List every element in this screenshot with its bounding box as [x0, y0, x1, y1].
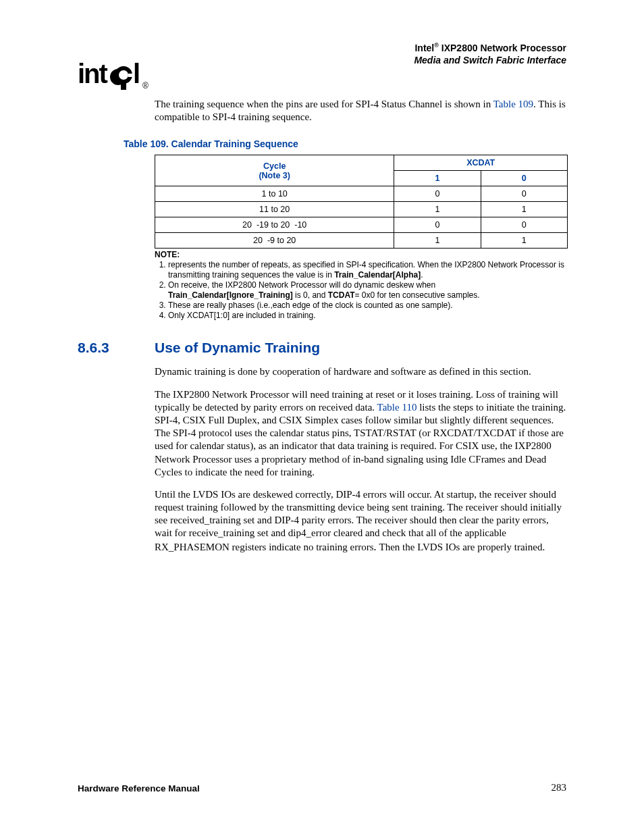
note-3: These are really phases (i.e.,each edge …	[168, 301, 568, 311]
body-p3b: .	[374, 541, 379, 552]
page-header: Intel® IXP2800 Network Processor Media a…	[414, 42, 566, 66]
note-2: On receive, the IXP2800 Network Processo…	[168, 280, 568, 301]
cell-c1: 1	[394, 233, 481, 249]
svg-rect-4	[121, 80, 126, 90]
section-number: 8.6.3	[78, 340, 155, 356]
table-row: 11 to 20 1 1	[155, 202, 568, 217]
cell-c1: 0	[394, 186, 481, 202]
note-4: Only XCDAT[1:0] are included in training…	[168, 311, 568, 321]
header-product: IXP2800 Network Processor	[439, 43, 566, 53]
th-col-0: 0	[481, 171, 567, 186]
th-xcdat: XCDAT	[394, 155, 568, 171]
registered-mark: ®	[434, 42, 439, 49]
table-row: 1 to 10 0 0	[155, 186, 568, 202]
cell-c0: 1	[481, 233, 567, 249]
th-col-1: 1	[394, 171, 481, 186]
table-row: 20 -9 to 20 1 1	[155, 233, 568, 249]
header-brand: Intel	[414, 43, 434, 53]
table-notes: NOTE: represents the number of repeats, …	[155, 250, 568, 321]
cell-c0: 1	[481, 202, 567, 217]
calendar-training-table: Cycle (Note 3) XCDAT 1 0 1 to 10 0 0 11 …	[155, 155, 568, 249]
svg-text:l: l	[133, 59, 140, 88]
note-2c: is 0, and	[293, 290, 328, 300]
intro-paragraph: The training sequence when the pins are …	[155, 98, 566, 124]
cell-c0: 0	[481, 217, 567, 233]
th-cycle-note: (Note 3)	[259, 171, 290, 180]
note-2a: On receive, the IXP2800 Network Processo…	[168, 280, 435, 290]
body-p3: Until the LVDS IOs are deskewed correctl…	[155, 488, 566, 554]
body-p2: The IXP2800 Network Processor will need …	[155, 388, 566, 479]
note-1c: .	[421, 270, 423, 280]
note-1: represents the number of repeats, as spe…	[168, 260, 568, 280]
cell-c1: 0	[394, 217, 481, 233]
cell-cycle: 20 -19 to 20 -10	[155, 217, 394, 233]
intel-logo: int l ®	[78, 57, 152, 94]
cell-c0: 0	[481, 186, 567, 202]
cell-c1: 1	[394, 202, 481, 217]
table-109-link[interactable]: Table 109	[493, 99, 533, 109]
cell-cycle: 1 to 10	[155, 186, 394, 202]
cell-cycle: 20 -9 to 20	[155, 233, 394, 249]
table-caption: Table 109. Calendar Training Sequence	[124, 138, 566, 149]
note-2b: Train_Calendar[Ignore_Training]	[168, 290, 293, 300]
note-2d: TCDAT	[328, 290, 355, 300]
header-subtitle: Media and Switch Fabric Interface	[414, 54, 566, 66]
svg-text:®: ®	[142, 81, 149, 90]
table-row: 20 -19 to 20 -10 0 0	[155, 217, 568, 233]
cell-cycle: 11 to 20	[155, 202, 394, 217]
body-p1: Dynamic training is done by cooperation …	[155, 365, 566, 378]
svg-text:int: int	[78, 59, 108, 88]
intro-text-a: The training sequence when the pins are …	[155, 99, 493, 109]
note-1b: Train_Calendar[Alpha]	[334, 270, 421, 280]
th-cycle: Cycle	[263, 161, 286, 171]
table-110-link[interactable]: Table 110	[377, 402, 417, 413]
svg-point-2	[119, 70, 128, 80]
footer-title: Hardware Reference Manual	[78, 783, 200, 793]
body-p3c: Then the LVDS IOs are properly trained.	[379, 542, 545, 552]
section-heading: 8.6.3 Use of Dynamic Training	[78, 340, 566, 356]
note-label: NOTE:	[155, 250, 180, 259]
page-number: 283	[552, 782, 567, 793]
section-title: Use of Dynamic Training	[155, 340, 320, 356]
note-2e: = 0x0 for ten consecutive samples.	[355, 290, 480, 300]
body-p2b: lists the steps to initiate the training…	[155, 402, 566, 477]
